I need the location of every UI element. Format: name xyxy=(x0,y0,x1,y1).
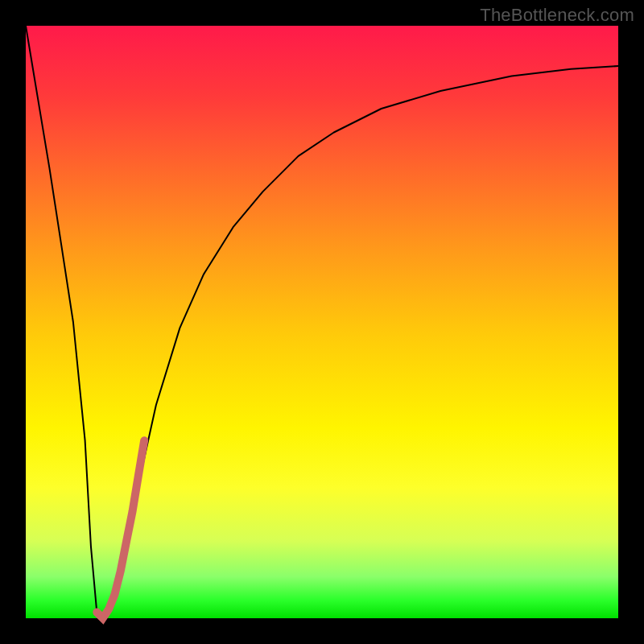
bottleneck-curve xyxy=(26,26,618,618)
highlight-segment xyxy=(97,440,144,618)
plot-area xyxy=(26,26,618,618)
chart-svg xyxy=(26,26,618,618)
watermark-text: TheBottleneck.com xyxy=(480,5,634,26)
chart-container: TheBottleneck.com xyxy=(0,0,644,644)
